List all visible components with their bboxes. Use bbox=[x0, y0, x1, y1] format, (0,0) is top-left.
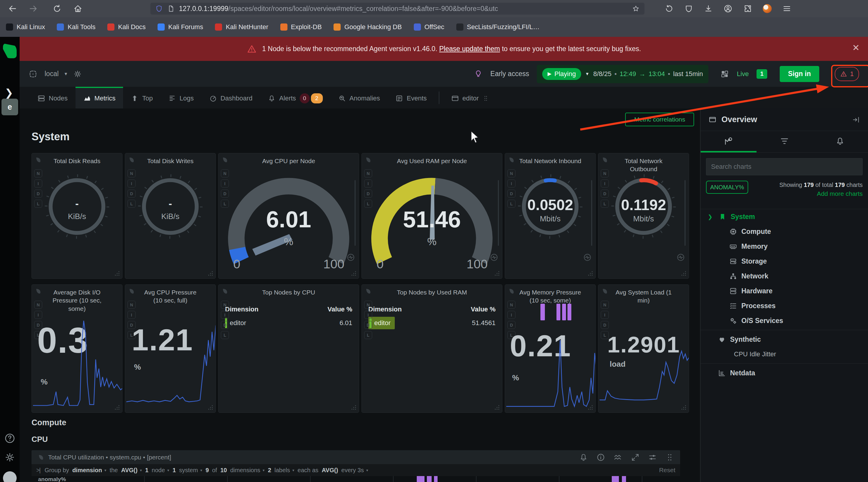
card-hover-button-d[interactable]: D bbox=[34, 190, 42, 198]
sidebar-item-netdata[interactable]: Netdata bbox=[701, 365, 868, 380]
tab-metrics[interactable]: Metrics bbox=[75, 87, 123, 108]
profile-icon[interactable] bbox=[3, 471, 17, 482]
sidebar-item-compute[interactable]: Compute bbox=[701, 224, 868, 239]
account-icon[interactable] bbox=[723, 4, 733, 13]
groupby-token[interactable]: AVG() bbox=[121, 467, 137, 474]
bookmark-item[interactable]: OffSec bbox=[414, 23, 444, 31]
card-hover-button-d[interactable]: D bbox=[601, 190, 609, 198]
chevron-down-icon[interactable]: ▾ bbox=[263, 468, 265, 473]
card-hover-button-i[interactable]: I bbox=[127, 180, 135, 188]
update-link[interactable]: Please update them bbox=[439, 45, 500, 53]
bookmark-item[interactable]: Kali Docs bbox=[107, 23, 146, 31]
card-hover-button-i[interactable]: I bbox=[601, 311, 609, 319]
collapse-panel-icon[interactable] bbox=[852, 116, 860, 124]
sidebar-item-network[interactable]: Network bbox=[701, 269, 868, 284]
bookmark-item[interactable]: Google Hacking DB bbox=[334, 23, 402, 31]
chevron-down-icon[interactable]: ▾ bbox=[366, 468, 368, 473]
sidebar-item-storage[interactable]: Storage bbox=[701, 254, 868, 269]
bell-icon[interactable] bbox=[579, 453, 588, 462]
news-bulb-icon[interactable] bbox=[474, 69, 483, 78]
card-hover-button-n[interactable]: N bbox=[221, 301, 229, 309]
card-hover-button-d[interactable]: D bbox=[127, 190, 135, 198]
back-icon[interactable] bbox=[8, 4, 17, 13]
extension-badge-icon[interactable] bbox=[763, 4, 772, 13]
card-hover-button-n[interactable]: N bbox=[507, 169, 516, 178]
workspace-badge[interactable]: e bbox=[1, 99, 18, 115]
card-hover-button-l[interactable]: L bbox=[34, 200, 42, 208]
sidebar-item-hardware[interactable]: Hardware bbox=[701, 284, 868, 298]
table-row[interactable]: editor 6.01 bbox=[225, 317, 352, 329]
chevron-down-icon[interactable]: ▾ bbox=[140, 468, 142, 473]
card-hover-button-i[interactable]: I bbox=[34, 180, 42, 188]
room-selector[interactable]: local bbox=[44, 70, 59, 78]
sidebar-item-cpu-idle-jitter[interactable]: CPU Idle Jitter bbox=[701, 347, 868, 362]
sidebar-item-processes[interactable]: Processes bbox=[701, 298, 868, 313]
room-settings-gear-icon[interactable] bbox=[73, 69, 82, 78]
card-avg-system-load[interactable]: Avg System Load (1 min) 1.2901 load NIDL bbox=[598, 284, 689, 413]
tab-events[interactable]: Events bbox=[388, 87, 434, 108]
groupby-token[interactable]: dimensions bbox=[230, 467, 260, 474]
card-total-disk-reads[interactable]: Total Disk Reads - KiB/s NIDL bbox=[32, 153, 122, 279]
tab-logs[interactable]: Logs bbox=[160, 87, 202, 108]
card-hover-button-l[interactable]: L bbox=[507, 200, 516, 208]
shield-icon[interactable] bbox=[155, 5, 163, 12]
tab-top[interactable]: Top bbox=[123, 87, 160, 108]
tab-nodes[interactable]: Nodes bbox=[30, 87, 75, 108]
card-hover-button-l[interactable]: L bbox=[221, 200, 229, 208]
sidebar-item-o-s-services[interactable]: O/S Services bbox=[701, 313, 868, 328]
card-hover-button-l[interactable]: L bbox=[221, 331, 229, 339]
downloads-icon[interactable] bbox=[704, 4, 713, 13]
gear-icon[interactable] bbox=[4, 452, 16, 463]
resize-handle-icon[interactable] bbox=[680, 269, 687, 277]
card-hover-button-n[interactable]: N bbox=[601, 301, 609, 309]
chevron-down-icon[interactable]: ▾ bbox=[586, 71, 589, 77]
chevron-down-icon[interactable]: ▾ bbox=[292, 468, 294, 473]
tab-anomalies[interactable]: Anomalies bbox=[331, 87, 388, 108]
expand-sidebar-icon[interactable]: ❯ bbox=[5, 87, 13, 99]
chevron-down-icon[interactable]: ▾ bbox=[167, 468, 169, 473]
groupby-token[interactable]: node bbox=[152, 467, 165, 474]
help-icon[interactable] bbox=[4, 433, 16, 444]
home-icon[interactable] bbox=[73, 4, 83, 13]
time-range-picker[interactable]: ▶Playing ▾ 8/8/25•12:49→13:04•last 15min bbox=[537, 65, 708, 83]
card-scrollbar[interactable] bbox=[591, 180, 592, 246]
card-hover-button-n[interactable]: N bbox=[364, 169, 372, 178]
card-avg-cpu-per-node[interactable]: Avg CPU per Node 6.01 % 0 100 NIDL bbox=[218, 153, 359, 279]
tab-alerts[interactable]: Alerts02 bbox=[260, 87, 330, 108]
resize-handle-icon[interactable] bbox=[350, 269, 357, 277]
resize-handle-icon[interactable] bbox=[493, 269, 500, 277]
bookmark-item[interactable]: Kali Forums bbox=[158, 23, 203, 31]
groupby-token[interactable]: labels bbox=[274, 467, 290, 474]
card-hover-button-d[interactable]: D bbox=[507, 190, 516, 198]
fullscreen-icon[interactable] bbox=[631, 453, 640, 462]
card-hover-button-i[interactable]: I bbox=[364, 180, 372, 188]
resize-handle-icon[interactable] bbox=[350, 404, 357, 411]
card-total-disk-writes[interactable]: Total Disk Writes - KiB/s NIDL bbox=[125, 153, 216, 279]
card-hover-button-d[interactable]: D bbox=[221, 321, 229, 329]
tab-dashboard[interactable]: Dashboard bbox=[202, 87, 260, 108]
groupby-token[interactable]: every 3s bbox=[341, 467, 364, 474]
anomaly-percent-badge[interactable]: ANOMALY% bbox=[706, 181, 748, 194]
card-hover-button-n[interactable]: N bbox=[127, 301, 135, 309]
card-hover-button-d[interactable]: D bbox=[364, 321, 372, 329]
card-hover-button-n[interactable]: N bbox=[364, 301, 372, 309]
compare-icon[interactable] bbox=[614, 453, 622, 462]
bookmark-item[interactable]: SecLists/Fuzzing/LFI/L… bbox=[456, 23, 540, 31]
tab-charts[interactable] bbox=[701, 131, 756, 153]
card-hover-button-i[interactable]: I bbox=[601, 180, 609, 188]
card-hover-button-i[interactable]: I bbox=[221, 180, 229, 188]
menu-icon[interactable] bbox=[782, 4, 791, 13]
tab-editor[interactable]: editor bbox=[443, 87, 497, 108]
table-row[interactable]: editor 51.4561 bbox=[368, 317, 496, 329]
card-hover-button-n[interactable]: N bbox=[34, 301, 42, 309]
card-hover-button-i[interactable]: I bbox=[364, 311, 372, 319]
reset-button[interactable]: Reset bbox=[659, 467, 675, 474]
card-hover-button-l[interactable]: L bbox=[127, 200, 135, 208]
card-avg-disk-io-pressure[interactable]: Average Disk I/O Pressure (10 sec, some)… bbox=[32, 284, 122, 413]
collapse-icon[interactable]: >| bbox=[36, 467, 40, 474]
resize-handle-icon[interactable] bbox=[493, 404, 500, 411]
resize-handle-icon[interactable] bbox=[587, 269, 594, 277]
metric-correlations-button[interactable]: Metric correlations bbox=[625, 113, 694, 126]
groupby-token[interactable]: system bbox=[179, 467, 198, 474]
card-hover-button-n[interactable]: N bbox=[34, 169, 42, 178]
